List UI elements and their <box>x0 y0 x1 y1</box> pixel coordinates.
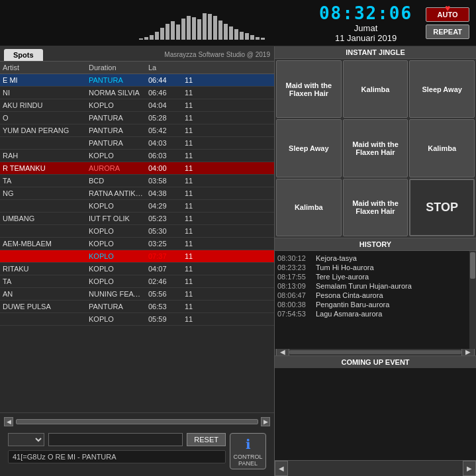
song-la: 11 <box>182 302 202 311</box>
repeat-button[interactable]: REPEAT <box>426 24 469 39</box>
history-scrollbar[interactable] <box>469 251 476 349</box>
spectrum-bar <box>192 17 196 40</box>
song-la: 11 <box>182 252 202 261</box>
nav-left[interactable]: ◀ <box>275 461 288 476</box>
song-la: 11 <box>182 239 202 248</box>
song-la: 11 <box>182 201 202 211</box>
song-artist: BCD <box>86 176 146 185</box>
jingle-button-0[interactable]: Maid with the Flaxen Hair <box>276 60 342 118</box>
song-title: TA <box>0 176 86 185</box>
song-title <box>0 314 86 324</box>
auto-button[interactable]: ♥ AUTO <box>426 7 469 22</box>
song-la: 11 <box>182 88 202 97</box>
playlist-table-wrapper: Artist Duration La E MIPANTURA06:4411NIN… <box>0 62 274 412</box>
nav-right[interactable]: ▶ <box>463 461 476 476</box>
reset-button[interactable]: RESET <box>187 433 226 446</box>
song-la: 11 <box>182 226 202 236</box>
stop-button[interactable]: STOP <box>409 179 475 236</box>
control-panel-button[interactable]: ℹ CONTROLPANEL <box>230 433 266 469</box>
spectrum-bar <box>155 32 159 40</box>
song-title: NG <box>0 189 86 198</box>
song-artist: KOPLO <box>86 101 146 110</box>
history-text: Kejora-tasya <box>316 254 357 262</box>
song-duration: 05:59 <box>146 314 182 324</box>
history-header: HISTORY <box>275 238 476 251</box>
history-text: Tum Hi Ho-aurora <box>316 263 374 271</box>
song-artist: AURORA <box>86 164 146 173</box>
spectrum-bar <box>171 21 175 40</box>
table-row[interactable]: UMBANGIUT FT OLIK05:2311 <box>0 213 274 225</box>
jingle-button-2[interactable]: Sleep Away <box>409 60 475 118</box>
song-la: 11 <box>182 151 202 160</box>
spots-tab[interactable]: Spots <box>4 49 43 61</box>
spectrum-bar <box>160 28 164 40</box>
song-title: RITAKU <box>0 264 86 273</box>
table-row[interactable]: NINORMA SILVIA06:4611 <box>0 87 274 99</box>
history-scroll-thumb[interactable] <box>470 252 475 279</box>
scroll-right-arrow[interactable]: ▶ <box>261 417 270 426</box>
song-la: 11 <box>182 176 202 185</box>
song-duration: 04:07 <box>146 264 182 273</box>
hscroll-track[interactable] <box>289 350 461 354</box>
history-time: 08:00:38 <box>277 301 310 309</box>
left-panel: Spots Masrayzza Software Studio @ 2019 A… <box>0 46 275 476</box>
scroll-left-arrow[interactable]: ◀ <box>4 417 13 426</box>
jingle-button-4[interactable]: Maid with the Flaxen Hair <box>343 119 408 177</box>
history-time: 08:13:09 <box>277 282 310 290</box>
spectrum-bar <box>224 24 228 40</box>
spectrum-bar <box>176 24 180 39</box>
jingle-button-3[interactable]: Sleep Away <box>276 119 342 177</box>
jingle-button-7[interactable]: Maid with the Flaxen Hair <box>343 179 408 236</box>
table-row[interactable]: ANNUNING FEAT DEA - ...05:5611 <box>0 288 274 301</box>
category-select[interactable] <box>8 433 44 446</box>
song-artist: PANTURA <box>86 75 146 85</box>
table-row[interactable]: RAHKOPLO06:0311 <box>0 150 274 162</box>
history-time: 08:30:12 <box>277 254 310 262</box>
song-duration: 04:04 <box>146 101 182 110</box>
jingle-button-5[interactable]: Kalimba <box>409 119 475 177</box>
progress-track[interactable] <box>16 419 258 424</box>
history-row: 08:00:38Pengantin Baru-aurora <box>277 300 473 309</box>
table-row[interactable]: KOPLO05:5911 <box>0 313 274 326</box>
table-row[interactable]: KOPLO04:2911 <box>0 200 274 213</box>
spectrum-bar <box>166 24 169 40</box>
table-row[interactable]: YUM DAN PERANGPANTURA05:4211 <box>0 124 274 137</box>
table-row[interactable]: TABCD03:5811 <box>0 175 274 187</box>
history-text: Pengantin Baru-aurora <box>316 301 389 309</box>
table-row[interactable]: E MIPANTURA06:4411 <box>0 74 274 87</box>
song-duration: 07:37 <box>146 252 182 261</box>
software-label: Masrayzza Software Studio @ 2019 <box>164 51 270 61</box>
jingle-button-1[interactable]: Kalimba <box>343 60 408 118</box>
table-row[interactable]: PANTURA04:0311 <box>0 137 274 150</box>
jingle-button-6[interactable]: Kalimba <box>276 179 342 236</box>
auto-repeat-buttons: ♥ AUTO REPEAT <box>426 7 469 39</box>
spectrum-bar <box>150 35 154 39</box>
control-panel-label: CONTROLPANEL <box>233 453 262 467</box>
table-row[interactable]: DUWE PULSAPANTURA06:5311 <box>0 301 274 313</box>
song-artist: KOPLO <box>86 277 146 286</box>
song-title: YUM DAN PERANG <box>0 126 86 135</box>
table-row[interactable]: RITAKUKOPLO04:0711 <box>0 263 274 275</box>
song-duration: 06:44 <box>146 75 182 85</box>
spectrum-bar <box>197 19 201 39</box>
lower-section: RESET 41[=G8Uz O RE MI - PANTURA ℹ CONTR… <box>4 430 270 472</box>
table-row[interactable]: KOPLO07:3711 <box>0 250 274 263</box>
spectrum-bar <box>245 33 249 40</box>
table-row[interactable]: TAKOPLO02:4611 <box>0 275 274 288</box>
table-row[interactable]: R TEMANKUAURORA04:0011 <box>0 162 274 175</box>
search-input[interactable] <box>48 433 183 446</box>
table-row[interactable]: AEM-MBLAEMKOPLO03:2511 <box>0 238 274 250</box>
table-row[interactable]: NGRATNA ANTIKA(OM. R...04:3811 <box>0 187 274 200</box>
song-title <box>0 138 86 148</box>
song-duration: 06:46 <box>146 88 182 97</box>
history-hscroll[interactable]: ◀ ▶ <box>275 349 476 356</box>
playlist-table: Artist Duration La E MIPANTURA06:4411NIN… <box>0 62 274 352</box>
history-row: 08:17:55Tere Liye-aurora <box>277 272 473 281</box>
song-la: 11 <box>182 126 202 135</box>
clock-time: 08:32:06 <box>319 3 412 23</box>
table-row[interactable]: OPANTURA05:2811 <box>0 112 274 124</box>
table-row[interactable]: AKU RINDUKOPLO04:0411 <box>0 99 274 112</box>
table-row[interactable]: KOPLO05:3011 <box>0 225 274 238</box>
spectrum-bar <box>240 32 244 40</box>
song-duration: 04:38 <box>146 189 182 198</box>
